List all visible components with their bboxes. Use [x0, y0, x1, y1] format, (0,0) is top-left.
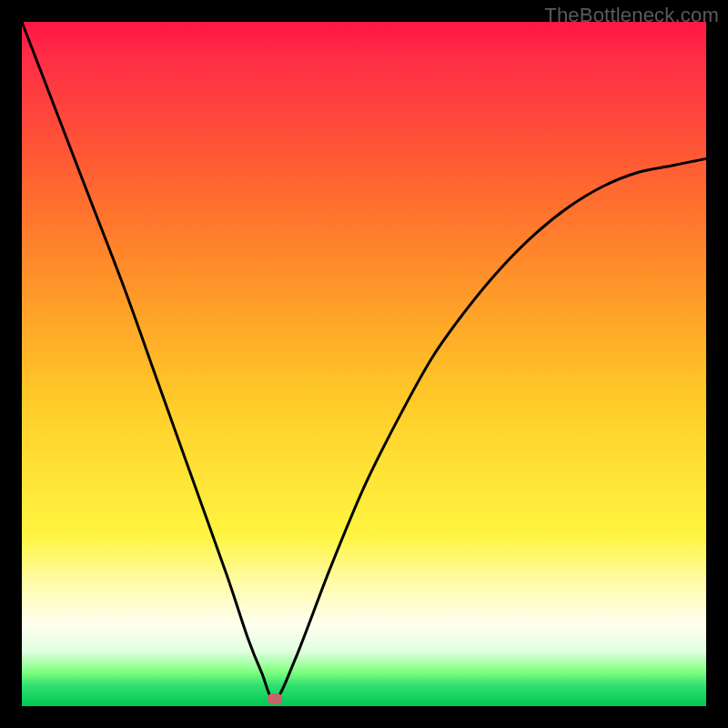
optimal-point-marker	[268, 693, 282, 704]
bottleneck-curve	[22, 22, 706, 706]
